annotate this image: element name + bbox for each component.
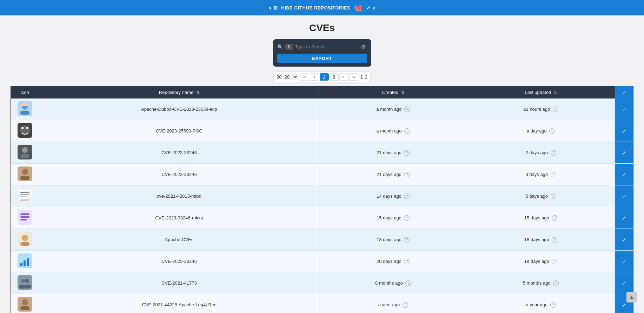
svg-point-35: [22, 299, 28, 305]
repo-name-cell: CVE-2023-33246: [39, 251, 319, 272]
repo-name-cell: CVE-2021-41773: [39, 272, 319, 294]
expand-button[interactable]: ⤢: [619, 235, 629, 244]
updated-help-icon[interactable]: ?: [553, 280, 559, 286]
created-help-icon[interactable]: ?: [404, 107, 410, 112]
github-icon: 🐙: [354, 4, 363, 12]
first-page-btn[interactable]: «: [300, 73, 309, 81]
col-expand: ⤢: [615, 86, 633, 98]
created-help-icon[interactable]: ?: [404, 193, 410, 199]
col-icon: Icon: [11, 86, 39, 98]
table-header-row: Icon Repository name ⇅ Created ⇅ Last up…: [11, 86, 633, 98]
svg-point-12: [22, 169, 28, 175]
search-row: 🔍 0 ⚙: [277, 43, 367, 51]
next-page-btn[interactable]: ›: [339, 73, 348, 81]
created-cell: 15 days ago ?: [319, 207, 467, 229]
page-2-btn[interactable]: 2: [330, 73, 339, 81]
updated-help-icon[interactable]: ?: [552, 237, 557, 243]
col-last-updated[interactable]: Last updated ⇅: [467, 86, 615, 98]
collapse-icon[interactable]: ∨ ⊞: [268, 5, 278, 11]
svg-rect-17: [20, 196, 27, 197]
expand-button[interactable]: ⤢: [619, 127, 629, 136]
page-title: CVEs: [309, 22, 335, 34]
search-input[interactable]: [295, 44, 357, 49]
created-cell: a month ago ?: [319, 120, 467, 142]
svg-rect-33: [19, 285, 31, 288]
svg-point-32: [25, 279, 29, 283]
repo-name-cell: CVE-2023-25690-POC: [39, 120, 319, 142]
updated-help-icon[interactable]: ?: [551, 172, 556, 177]
table-row: CVE-2023-25690-POCa month ago ?a day ago…: [11, 120, 633, 142]
icon-cell: [11, 251, 39, 272]
table-row: CVE-2023-3324620 days ago ?19 days ago ?…: [11, 251, 633, 272]
created-cell: 14 days ago ?: [319, 185, 467, 207]
page-size-select[interactable]: 10 20 50 100: [283, 74, 298, 80]
icon-cell: [11, 142, 39, 164]
expand-cell: ⤢: [615, 251, 633, 272]
created-help-icon[interactable]: ?: [404, 150, 410, 156]
created-help-icon[interactable]: ?: [405, 280, 411, 286]
scroll-to-top-button[interactable]: ▲: [626, 292, 637, 302]
created-help-icon[interactable]: ?: [404, 172, 410, 177]
created-help-icon[interactable]: ?: [404, 237, 410, 243]
expand-icon[interactable]: ⤢ ∨: [366, 5, 376, 11]
updated-cell: 18 days ago ?: [467, 229, 615, 251]
svg-rect-10: [21, 154, 29, 158]
svg-point-24: [22, 235, 28, 241]
updated-help-icon[interactable]: ?: [550, 302, 556, 308]
icon-cell: [11, 272, 39, 294]
svg-rect-13: [20, 176, 29, 180]
svg-point-7: [26, 127, 28, 129]
created-help-icon[interactable]: ?: [404, 259, 410, 264]
expand-cell: ⤢: [615, 98, 633, 120]
last-page-btn[interactable]: »: [349, 73, 358, 81]
icon-cell: [11, 207, 39, 229]
updated-help-icon[interactable]: ?: [552, 259, 557, 264]
expand-button[interactable]: ⤢: [619, 279, 629, 288]
repo-name-cell: Apache-CVEs: [39, 229, 319, 251]
updated-cell: 15 days ago ?: [467, 207, 615, 229]
created-cell: a month ago ?: [319, 98, 467, 120]
icon-cell: [11, 98, 39, 120]
page-1-btn[interactable]: 1: [320, 73, 329, 81]
expand-cell: ⤢: [615, 185, 633, 207]
svg-rect-15: [20, 192, 29, 193]
col-repo-name[interactable]: Repository name ⇅: [39, 86, 319, 98]
expand-button[interactable]: ⤢: [619, 105, 629, 114]
expand-cell: ⤢: [615, 164, 633, 185]
filter-button[interactable]: ⚙: [359, 43, 367, 51]
svg-rect-16: [20, 194, 29, 195]
table-row: CVE-2023-3324621 days ago ?2 days ago ?⤢: [11, 142, 633, 164]
expand-button[interactable]: ⤢: [619, 192, 629, 201]
table-row: apachecve-2021-42013-httpd14 days ago ?5…: [11, 185, 633, 207]
svg-rect-2: [20, 111, 29, 115]
expand-button[interactable]: ⤢: [619, 213, 629, 223]
created-help-icon[interactable]: ?: [404, 128, 410, 134]
col-created[interactable]: Created ⇅: [319, 86, 467, 98]
svg-rect-28: [24, 260, 26, 266]
updated-help-icon[interactable]: ?: [553, 107, 558, 112]
created-help-icon[interactable]: ?: [403, 302, 408, 308]
svg-rect-21: [20, 216, 29, 218]
created-help-icon[interactable]: ?: [404, 215, 410, 221]
updated-help-icon[interactable]: ?: [552, 215, 557, 221]
updated-cell: a day ago ?: [467, 120, 615, 142]
repo-name-cell: CVE-2023-33246: [39, 142, 319, 164]
updated-help-icon[interactable]: ?: [551, 193, 556, 199]
svg-rect-22: [20, 219, 27, 220]
icon-cell: [11, 120, 39, 142]
created-cell: 21 days ago ?: [319, 164, 467, 185]
updated-cell: 5 days ago ?: [467, 185, 615, 207]
expand-button[interactable]: ⤢: [619, 148, 629, 157]
svg-rect-29: [27, 258, 29, 266]
updated-help-icon[interactable]: ?: [549, 128, 555, 134]
expand-button[interactable]: ⤢: [619, 257, 629, 266]
table-row: CVE-2021-44228-Apache-Log4j-Rcea year ag…: [11, 294, 633, 313]
expand-cell: ⤢: [615, 142, 633, 164]
svg-rect-36: [20, 306, 29, 310]
updated-cell: 5 months ago ?: [467, 272, 615, 294]
export-button[interactable]: EXPORT: [277, 54, 367, 63]
expand-button[interactable]: ⤢: [619, 170, 629, 179]
updated-help-icon[interactable]: ?: [551, 150, 556, 156]
data-table: Icon Repository name ⇅ Created ⇅ Last up…: [11, 86, 633, 313]
prev-page-btn[interactable]: ‹: [310, 73, 319, 81]
